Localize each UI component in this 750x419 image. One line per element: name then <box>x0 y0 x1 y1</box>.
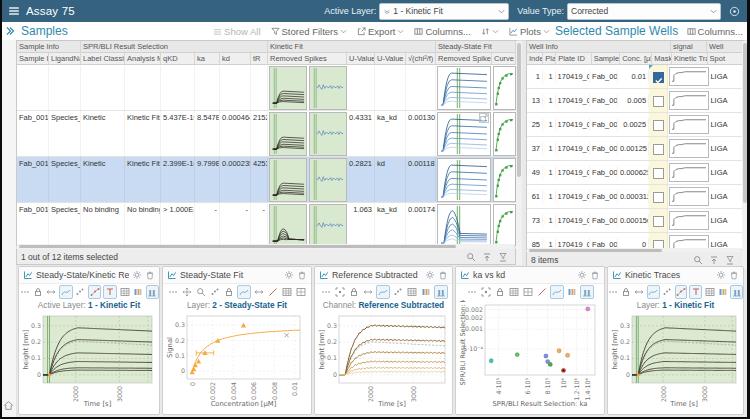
legend-icon[interactable] <box>420 286 432 298</box>
column-header[interactable]: Masked <box>652 53 672 65</box>
column-header[interactable]: Index <box>527 53 543 65</box>
masked-checkbox[interactable] <box>653 216 664 227</box>
table-icon[interactable] <box>406 286 418 298</box>
kinetic-trace-thumbnail[interactable] <box>669 115 709 134</box>
column-header[interactable]: ka <box>195 53 220 65</box>
annotate-icon[interactable] <box>103 285 116 299</box>
lock-icon[interactable] <box>223 286 235 298</box>
point-mode-icon[interactable] <box>75 286 86 298</box>
line-mode-icon[interactable] <box>59 285 72 299</box>
well-row[interactable]: 491170419_01Fab_0010.000625LIGA <box>527 161 743 185</box>
scatter-chart-canvas[interactable]: 5·10⁻⁴0.0010.0020.0024·10⁵6·10⁵8·10⁵10⁶1… <box>459 300 601 408</box>
fit-width-icon[interactable] <box>634 286 645 298</box>
column-header[interactable]: LigandNam <box>49 53 81 65</box>
column-header[interactable]: kd <box>220 53 251 65</box>
masked-checkbox[interactable] <box>653 120 664 131</box>
residuals-thumbnail[interactable] <box>309 204 347 246</box>
trash-icon[interactable] <box>729 270 739 280</box>
well-row[interactable]: 371170419_01Fab_0010.00125LIGA <box>527 137 743 161</box>
steady-state-thumbnail[interactable] <box>437 204 491 246</box>
home-icon[interactable] <box>3 400 14 411</box>
well-row[interactable]: 251170419_01Fab_0010.0025LIGA <box>527 113 743 137</box>
search-icon[interactable] <box>195 286 207 298</box>
column-header[interactable]: U-Value <box>347 53 375 65</box>
grid-icon[interactable] <box>295 286 307 298</box>
kinetic-trace-thumbnail[interactable] <box>669 211 709 230</box>
legend-icon[interactable] <box>132 286 143 298</box>
masked-checkbox[interactable] <box>653 192 664 203</box>
kinetic-chart-canvas[interactable]: 00.10.20.320003000Time [s]height [nm] <box>22 311 156 408</box>
more-icon[interactable] <box>320 286 332 298</box>
line-mode-icon[interactable] <box>237 285 251 299</box>
slope-icon[interactable] <box>267 286 279 298</box>
wells-columns-button[interactable]: Columns... <box>687 26 743 37</box>
column-header[interactable]: U-Value info <box>375 53 406 65</box>
sample-row[interactable]: Fab_001Species_4KineticKinetic Fit2.399E… <box>17 157 516 203</box>
column-header[interactable]: Label Classifier <box>81 53 125 65</box>
column-header[interactable]: Spot <box>708 53 744 65</box>
point-mode-icon[interactable] <box>392 286 404 298</box>
histogram-icon[interactable] <box>730 285 743 299</box>
pan-icon[interactable] <box>181 286 193 298</box>
column-header[interactable]: Sample ID <box>17 53 49 65</box>
well-row[interactable]: 131170419_01Fab_0010.005LIGA <box>527 89 743 113</box>
sort-order-button[interactable] <box>481 27 499 36</box>
more-icon[interactable] <box>466 286 478 298</box>
column-header[interactable]: Sample ID <box>592 53 621 65</box>
stored-filters-button[interactable]: Stored Filters <box>271 26 348 37</box>
annotate-icon[interactable] <box>689 285 702 299</box>
expand-icon[interactable] <box>479 113 489 123</box>
expand-panel-icon[interactable] <box>5 26 15 36</box>
residuals-thumbnail[interactable] <box>309 66 347 110</box>
more-icon[interactable] <box>167 286 179 298</box>
well-row[interactable]: 611170419_01Fab_0010.0003125LIGA <box>527 185 743 209</box>
kinetic-fit-thumbnail[interactable] <box>269 204 307 246</box>
column-header[interactable]: Kinetic Trace <box>672 53 708 65</box>
kinetic-chart-canvas[interactable]: 00.10.20.320003000Time [s]height [nm] <box>611 311 740 408</box>
search-icon[interactable] <box>466 252 476 262</box>
trash-icon[interactable] <box>297 270 307 280</box>
steady-state-thumbnail[interactable] <box>437 158 491 202</box>
column-header[interactable]: qKD <box>161 53 195 65</box>
column-header[interactable]: Plate ID <box>556 53 592 65</box>
kinetic-trace-thumbnail[interactable] <box>669 139 709 158</box>
well-row[interactable]: 731170419_01Fab_0010.000156LIGA <box>527 209 743 233</box>
more-icon[interactable] <box>19 286 30 298</box>
table-icon[interactable] <box>508 286 520 298</box>
legend-icon[interactable] <box>717 286 728 298</box>
masked-checkbox[interactable] <box>653 168 664 179</box>
fit-screen-icon[interactable] <box>334 286 346 298</box>
kinetic-chart-canvas[interactable]: 00.10.20.320003000Time [s]height [nm] <box>318 311 449 408</box>
wells-vscrollbar[interactable] <box>742 41 747 269</box>
masked-checkbox[interactable] <box>653 96 664 107</box>
help-icon[interactable] <box>729 6 740 17</box>
lock-icon[interactable] <box>348 286 360 298</box>
grid-icon[interactable] <box>522 286 534 298</box>
legend-icon[interactable] <box>566 286 578 298</box>
fit-curve-thumbnail[interactable] <box>493 66 516 110</box>
steady-state-thumbnail[interactable] <box>437 66 491 110</box>
export-button[interactable]: Export <box>357 26 404 37</box>
more-icon[interactable] <box>608 286 619 298</box>
search-icon[interactable] <box>693 255 703 265</box>
gear-icon[interactable] <box>284 270 294 280</box>
sample-row[interactable]: Fab_001Species_5No bindingNo binding> 1.… <box>17 203 516 246</box>
columns-button[interactable]: Columns... <box>414 26 470 37</box>
histogram-icon[interactable] <box>580 285 594 299</box>
point-mode-icon[interactable] <box>209 286 221 298</box>
line-mode-icon[interactable] <box>376 285 390 299</box>
trash-icon[interactable] <box>590 270 600 280</box>
table-icon[interactable] <box>281 286 293 298</box>
residuals-thumbnail[interactable] <box>309 158 347 202</box>
kinetic-trace-thumbnail[interactable] <box>669 163 709 182</box>
fit-curve-thumbnail[interactable] <box>493 112 516 156</box>
active-layer-select[interactable]: 1 - Kinetic Fit <box>379 3 509 20</box>
column-header[interactable]: Conc. [µM] <box>620 53 652 65</box>
scroll-to-top-icon[interactable] <box>482 252 492 262</box>
gear-icon[interactable] <box>716 270 726 280</box>
fit-width-icon[interactable] <box>253 286 265 298</box>
gear-icon[interactable] <box>425 270 435 280</box>
fit-screen-icon[interactable] <box>480 286 492 298</box>
point-mode-icon[interactable] <box>662 286 673 298</box>
menu-icon[interactable] <box>8 5 20 17</box>
